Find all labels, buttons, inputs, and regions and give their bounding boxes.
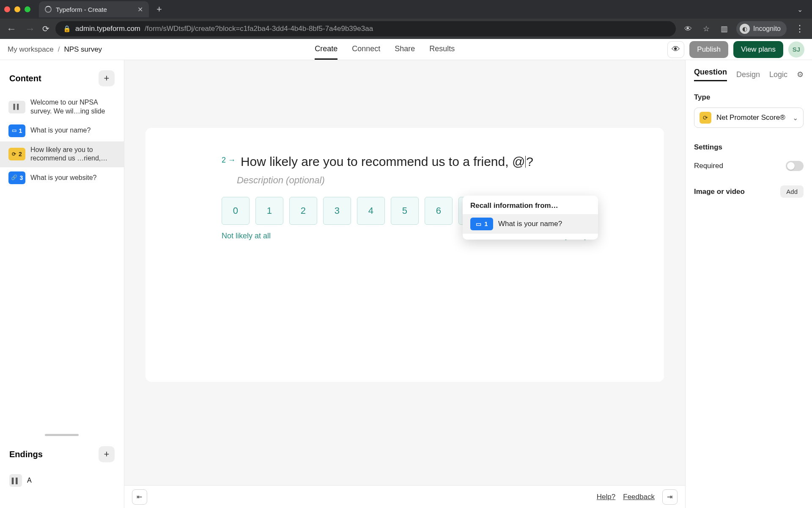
- chevron-down-icon: ⌄: [793, 114, 798, 122]
- minimize-window-icon[interactable]: [14, 6, 20, 12]
- nps-option[interactable]: 1: [255, 197, 283, 225]
- gear-icon[interactable]: ⚙: [797, 70, 804, 79]
- browser-tab[interactable]: Typeform - Create ✕: [39, 1, 149, 17]
- browser-tab-strip: Typeform - Create ✕ + ⌄: [0, 0, 812, 19]
- nps-option[interactable]: 5: [391, 197, 419, 225]
- header-tabs: Create Connect Share Results: [315, 39, 455, 60]
- feedback-link[interactable]: Feedback: [623, 493, 655, 501]
- tab-design[interactable]: Design: [736, 70, 760, 79]
- reload-button[interactable]: ⟳: [42, 24, 49, 34]
- endings-title: Endings: [9, 450, 43, 459]
- list-item[interactable]: ⟳2 How likely are you to recommend us …r…: [0, 141, 124, 168]
- url-path: /form/sWDtsfDj/create?block=c1fa2ba4-3dd…: [145, 25, 373, 33]
- ending-icon: ▌▌: [9, 474, 22, 487]
- list-item[interactable]: ▌▌ Welcome to our NPSA survey. We wil…in…: [0, 94, 124, 120]
- required-toggle[interactable]: [786, 161, 804, 171]
- website-icon: 🔗3: [8, 171, 25, 184]
- form-title[interactable]: NPS survey: [64, 45, 102, 54]
- breadcrumb: My workspace / NPS survey: [8, 45, 102, 54]
- endings-header: Endings +: [0, 436, 124, 470]
- right-sidebar: Question Design Logic ⚙ Type ⟳ Net Promo…: [685, 60, 812, 508]
- tab-title: Typeform - Create: [56, 6, 107, 13]
- recall-option-label: What is your name?: [498, 220, 562, 228]
- header-actions: 👁 Publish View plans SJ: [667, 41, 804, 58]
- tab-logic[interactable]: Logic: [769, 70, 787, 79]
- tab-connect[interactable]: Connect: [352, 39, 380, 60]
- app-header: My workspace / NPS survey Create Connect…: [0, 39, 812, 60]
- recall-option-badge: ▭1: [470, 218, 493, 230]
- incognito-icon: ◐: [740, 24, 750, 34]
- question-number: 2 →: [222, 156, 236, 165]
- question-text-prefix: How likely are you to recommend us to a …: [241, 155, 525, 168]
- tab-results[interactable]: Results: [429, 39, 455, 60]
- url-host: admin.typeform.com: [75, 25, 140, 33]
- view-plans-button[interactable]: View plans: [733, 41, 783, 58]
- tab-overflow-icon[interactable]: ⌄: [792, 6, 808, 14]
- media-label: Image or video: [694, 188, 745, 196]
- eye-icon: 👁: [672, 44, 680, 54]
- browser-menu-icon[interactable]: ⋮: [793, 23, 807, 34]
- workspace-link[interactable]: My workspace: [8, 45, 54, 54]
- settings-section-title: Settings: [694, 143, 804, 152]
- short-text-icon: ▭1: [8, 124, 25, 137]
- side-panel-icon[interactable]: ▥: [718, 24, 730, 33]
- close-window-icon[interactable]: [4, 6, 10, 12]
- media-row: Image or video Add: [694, 185, 804, 198]
- window-controls: [4, 6, 30, 12]
- recall-popover-title: Recall information from…: [463, 202, 598, 214]
- badge-number: 2: [19, 150, 22, 158]
- nps-type-icon: ⟳: [700, 112, 711, 124]
- new-tab-button[interactable]: +: [153, 4, 165, 15]
- question-text-suffix: ?: [526, 155, 533, 168]
- incognito-chip[interactable]: ◐ Incognito: [736, 21, 787, 36]
- tab-create[interactable]: Create: [315, 39, 337, 60]
- add-ending-button[interactable]: +: [99, 446, 115, 462]
- address-bar[interactable]: 🔒 admin.typeform.com /form/sWDtsfDj/crea…: [55, 21, 676, 36]
- add-media-button[interactable]: Add: [780, 185, 804, 198]
- eye-off-icon[interactable]: 👁: [682, 25, 694, 33]
- nps-option[interactable]: 6: [425, 197, 453, 225]
- workspace: Content + ▌▌ Welcome to our NPSA survey.…: [0, 60, 812, 508]
- list-item-label: What is your website?: [30, 174, 115, 182]
- list-item-label: Welcome to our NPSA survey. We wil…ing s…: [30, 98, 115, 116]
- canvas-area: 2 → How likely are you to recommend us t…: [124, 60, 685, 508]
- recall-popover: Recall information from… ▭1 What is your…: [463, 196, 598, 240]
- collapse-right-button[interactable]: ⇥: [662, 489, 678, 505]
- tab-share[interactable]: Share: [395, 39, 415, 60]
- required-row: Required: [694, 161, 804, 171]
- nps-option[interactable]: 0: [222, 197, 250, 225]
- ending-item[interactable]: ▌▌ A: [0, 470, 124, 491]
- nps-option[interactable]: 2: [289, 197, 317, 225]
- type-dropdown[interactable]: ⟳ Net Promoter Score® ⌄: [694, 108, 804, 128]
- maximize-window-icon[interactable]: [25, 6, 30, 12]
- nps-left-label: Not likely at all: [222, 232, 271, 240]
- browser-toolbar: ← → ⟳ 🔒 admin.typeform.com /form/sWDtsfD…: [0, 19, 812, 39]
- description-input[interactable]: Description (optional): [237, 175, 573, 186]
- add-content-button[interactable]: +: [99, 70, 115, 86]
- list-item-label: What is your name?: [30, 126, 115, 135]
- nps-option[interactable]: 3: [323, 197, 351, 225]
- question-title-input[interactable]: How likely are you to recommend us to a …: [241, 153, 533, 171]
- badge-number: 1: [19, 127, 22, 135]
- canvas-footer: ⇤ Help? Feedback ⇥: [124, 485, 685, 508]
- nps-option[interactable]: 4: [357, 197, 385, 225]
- bookmark-star-icon[interactable]: ☆: [700, 24, 712, 33]
- list-item[interactable]: ▭1 What is your name?: [0, 120, 124, 141]
- publish-button[interactable]: Publish: [689, 41, 728, 58]
- close-tab-icon[interactable]: ✕: [137, 6, 143, 14]
- list-item-label: How likely are you to recommend us …rien…: [30, 146, 115, 163]
- collapse-left-button[interactable]: ⇤: [132, 489, 147, 505]
- content-title: Content: [9, 74, 41, 83]
- list-item[interactable]: 🔗3 What is your website?: [0, 167, 124, 188]
- recall-option[interactable]: ▭1 What is your name?: [463, 214, 598, 234]
- required-label: Required: [694, 162, 723, 170]
- incognito-label: Incognito: [753, 25, 781, 33]
- question-row: 2 → How likely are you to recommend us t…: [222, 153, 588, 171]
- left-sidebar: Content + ▌▌ Welcome to our NPSA survey.…: [0, 60, 124, 508]
- avatar[interactable]: SJ: [788, 41, 804, 58]
- help-link[interactable]: Help?: [597, 493, 615, 501]
- forward-button: →: [24, 23, 36, 35]
- preview-button[interactable]: 👁: [667, 41, 684, 58]
- back-button[interactable]: ←: [5, 23, 18, 35]
- tab-question[interactable]: Question: [694, 68, 727, 81]
